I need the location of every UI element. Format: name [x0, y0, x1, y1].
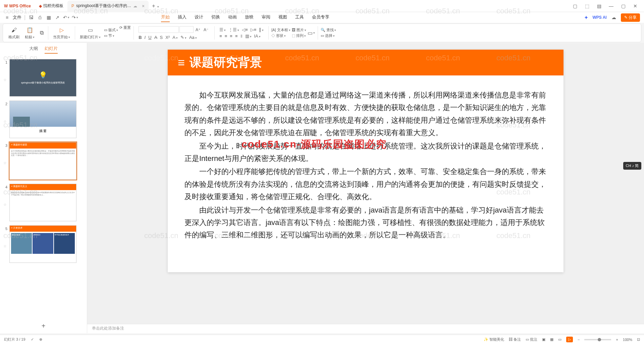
maximize-icon[interactable]: ▢: [620, 3, 627, 9]
close-tab-icon[interactable]: ×: [142, 3, 145, 9]
cloud-sync-icon[interactable]: ☁: [611, 14, 617, 20]
zoom-out-icon[interactable]: −: [578, 338, 580, 342]
menu-icon[interactable]: ≡: [4, 14, 10, 20]
paste-group[interactable]: 📋 粘贴▾: [23, 26, 37, 40]
thumbnail-2[interactable]: 摘 要: [9, 101, 76, 138]
tab-tools[interactable]: 工具: [295, 13, 304, 22]
normal-view-icon[interactable]: ▣: [542, 337, 545, 342]
ime-indicator[interactable]: CH ♪ 简: [623, 162, 642, 170]
tab-view[interactable]: 视图: [278, 13, 287, 22]
picture-button[interactable]: 🖼 图片▾: [292, 27, 306, 33]
textbox-button[interactable]: [A] 文本框▾: [271, 27, 290, 33]
bullets-icon[interactable]: ☰▾: [219, 27, 226, 32]
outline-tab[interactable]: 大纲: [29, 46, 38, 54]
star-icon[interactable]: ☆: [3, 78, 7, 82]
font-family-select[interactable]: [139, 26, 179, 33]
slide-counter[interactable]: 幻灯片 3 / 19: [4, 337, 25, 342]
star-icon[interactable]: ☆: [3, 203, 7, 207]
star-icon[interactable]: ☆: [3, 119, 7, 124]
underline-icon[interactable]: U: [148, 35, 151, 40]
arrange-button[interactable]: ⬚ 排列▾: [292, 33, 306, 38]
minimize-icon[interactable]: ―: [608, 3, 614, 9]
distribute-icon[interactable]: ⫴: [240, 34, 243, 39]
window-box-icon[interactable]: ▢: [572, 3, 578, 9]
share-button[interactable]: ✎ 分享: [621, 13, 640, 22]
comments-toggle[interactable]: ▭ 批注: [526, 337, 537, 342]
fill-icon[interactable]: ▭▾: [308, 29, 315, 37]
zoom-in-icon[interactable]: +: [616, 338, 618, 342]
copy-icon[interactable]: ⧉: [38, 29, 45, 37]
format-painter-group[interactable]: 🖌 格式刷: [6, 26, 21, 40]
beautify-button[interactable]: ✨ 智能美化: [484, 337, 504, 342]
preview-icon[interactable]: ▦: [46, 14, 52, 20]
tab-animation[interactable]: 动画: [228, 13, 237, 22]
tab-member[interactable]: 会员专享: [312, 13, 329, 22]
find-button[interactable]: 🔍 查找▾: [321, 27, 336, 33]
tab-transition[interactable]: 切换: [211, 13, 220, 22]
save-icon[interactable]: 🖫: [28, 14, 34, 20]
fit-icon[interactable]: ⊡: [637, 337, 640, 342]
tab-review[interactable]: 审阅: [262, 13, 270, 22]
italic-icon[interactable]: I: [145, 35, 146, 40]
notes-pane[interactable]: 单击此处添加备注: [87, 324, 644, 333]
print-icon[interactable]: ⎙: [37, 14, 43, 20]
from-current-group[interactable]: ▷ 当页开始▾: [51, 26, 72, 40]
align-left-icon[interactable]: ≡: [219, 34, 222, 39]
thumbnail-4[interactable]: ≡ 课题研究意义 随着信息化的发展仓储管理系统在实际中有着重要作用目前互联网已经…: [9, 184, 76, 221]
line-spacing-icon[interactable]: ‖▾: [259, 27, 264, 32]
select-button[interactable]: ▭ 选择▾: [321, 33, 336, 38]
indent-increase-icon[interactable]: ▷≡: [251, 27, 257, 32]
thumbnail-5[interactable]: ≡ 开发技术 微信开发者 JAVA简介 MYSQL数据库技术: [9, 225, 76, 263]
superscript-icon[interactable]: X²: [165, 35, 170, 40]
language-icon[interactable]: ⊕: [39, 337, 42, 342]
slides-tab[interactable]: 幻灯片: [45, 46, 58, 54]
add-slide-button[interactable]: +: [0, 319, 87, 333]
star-icon[interactable]: ☆: [3, 244, 7, 248]
tab-insert[interactable]: 插入: [178, 13, 186, 22]
justify-icon[interactable]: ≡: [235, 34, 238, 39]
columns-icon[interactable]: ▥▾: [245, 34, 252, 39]
app-tab[interactable]: W WPS Office: [0, 1, 35, 11]
slideshow-icon[interactable]: ▷: [566, 337, 573, 342]
window-menu-icon[interactable]: ▤: [596, 3, 602, 9]
zoom-level[interactable]: 100%: [623, 338, 632, 342]
file-menu[interactable]: 文件: [13, 14, 21, 20]
slide-canvas[interactable]: ≡ 课题研究背景 如今互联网发展迅猛，大量的信息都是通过网络这一渠道来传播，所以…: [87, 43, 644, 324]
align-center-icon[interactable]: ≡: [225, 34, 227, 39]
docer-tab[interactable]: ◆ 找稻壳模板: [35, 1, 67, 11]
highlight-icon[interactable]: ✎▾: [180, 35, 186, 40]
thumbnails-list[interactable]: 1☆ 💡 springboot基于微信小程序的仓储管理系统 2☆ 摘 要 3☆ …: [0, 56, 87, 319]
star-icon[interactable]: ☆: [3, 161, 7, 165]
redo-icon[interactable]: ↷▾: [72, 14, 78, 20]
document-tab[interactable]: P springboot基于微信小程序的… ☁ ×: [67, 1, 149, 11]
shape-button[interactable]: ◇ 形状▾: [271, 33, 290, 38]
decrease-font-icon[interactable]: A⁻: [202, 26, 210, 34]
reading-view-icon[interactable]: ▭: [558, 337, 561, 342]
bold-icon[interactable]: B: [139, 35, 142, 40]
increase-font-icon[interactable]: A⁺: [194, 26, 202, 34]
thumbnail-3[interactable]: ≡ 课题研究背景 如今互联网发展迅猛大量的信息都是通过网络这一渠道来传播所以利用…: [9, 142, 76, 180]
add-tab-button[interactable]: + ▾: [149, 3, 162, 9]
current-slide[interactable]: ≡ 课题研究背景 如今互联网发展迅猛，大量的信息都是通过网络这一渠道来传播，所以…: [168, 50, 564, 272]
close-window-icon[interactable]: ✕: [632, 3, 639, 9]
reset-button[interactable]: ⟳ 重置: [119, 25, 131, 30]
export-icon[interactable]: ↗: [54, 14, 60, 20]
strikethrough-icon[interactable]: A̶: [154, 35, 157, 40]
section-button[interactable]: ▭ 节▾: [104, 33, 118, 38]
slide-body[interactable]: 如今互联网发展迅猛，大量的信息都是通过网络这一渠道来传播，所以利用网络渠道来传播…: [168, 75, 564, 255]
tab-start[interactable]: 开始: [161, 13, 170, 22]
shadow-icon[interactable]: S: [160, 35, 163, 40]
numbering-icon[interactable]: ⋮☰▾: [228, 27, 239, 32]
zoom-slider[interactable]: [584, 339, 611, 340]
window-cube-icon[interactable]: ⬚: [584, 3, 590, 9]
text-direction-icon[interactable]: IA▾: [254, 34, 261, 39]
tab-slideshow[interactable]: 放映: [245, 13, 254, 22]
undo-icon[interactable]: ↶▾: [63, 14, 69, 20]
new-slide-group[interactable]: ▭ 新建幻灯片▾: [78, 26, 103, 40]
change-case-icon[interactable]: Aa▾: [189, 35, 197, 40]
notes-toggle[interactable]: ☷ 备注: [509, 337, 521, 342]
thumbnail-1[interactable]: 💡 springboot基于微信小程序的仓储管理系统: [9, 59, 76, 97]
font-color-icon[interactable]: A▾: [172, 35, 178, 40]
spellcheck-icon[interactable]: ✓: [31, 337, 34, 342]
slide-title-bar[interactable]: ≡ 课题研究背景: [168, 50, 564, 75]
